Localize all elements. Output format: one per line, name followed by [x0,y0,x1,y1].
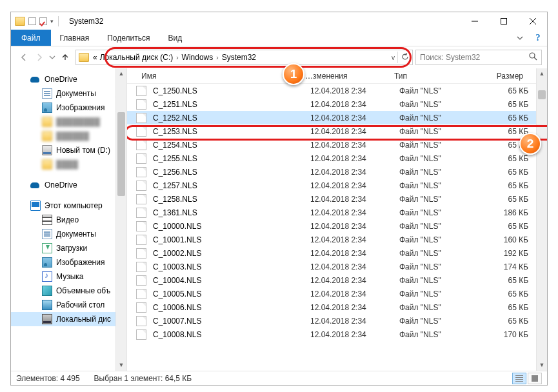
file-row[interactable]: C_1257.NLS12.04.2018 2:34Файл "NLS"65 КБ [127,179,547,192]
file-name: C_1251.NLS [153,100,310,109]
file-type: Файл "NLS" [399,208,470,217]
file-row[interactable]: C_10005.NLS12.04.2018 2:34Файл "NLS"65 К… [127,287,547,300]
file-row[interactable]: C_10008.NLS12.04.2018 2:34Файл "NLS"170 … [127,328,547,341]
address-bar[interactable]: « Локальный диск (C:) › Windows › System… [75,50,413,65]
nav-history-icon[interactable] [47,50,57,65]
col-header-date[interactable]: …зменения [305,72,394,81]
qat-props-button[interactable] [28,17,36,25]
annotation-badge-2: 2 [519,133,541,155]
tree-video[interactable]: Видео [11,213,126,227]
refresh-icon[interactable] [401,52,410,63]
nav-back-button[interactable] [16,50,32,65]
file-scrollbar[interactable]: ▲ ▼ [536,68,547,371]
folder-icon [42,159,52,170]
tree-music[interactable]: Музыка [11,270,126,284]
nav-forward-button[interactable] [32,50,47,65]
tree-pictures-2[interactable]: Изображения [11,255,126,270]
file-row[interactable]: C_1253.NLS12.04.2018 2:34Файл "NLS"65 КБ [127,124,547,138]
tree-documents-2[interactable]: Документы [11,227,126,241]
tree-item-redacted[interactable]: ████ [11,157,126,172]
file-name: C_10006.NLS [153,303,310,312]
file-row[interactable]: C_10001.NLS12.04.2018 2:34Файл "NLS"160 … [127,233,547,246]
search-input[interactable]: Поиск: System32 [415,50,542,65]
tree-onedrive[interactable]: OneDrive [11,72,126,86]
tree-onedrive-2[interactable]: OneDrive [11,178,126,192]
crumb-system32[interactable]: System32 [222,53,256,62]
chevron-right-icon[interactable]: › [216,54,218,61]
scroll-up-icon[interactable]: ▲ [116,68,126,79]
file-row[interactable]: C_1256.NLS12.04.2018 2:34Файл "NLS"65 КБ [127,165,547,179]
file-row[interactable]: C_10007.NLS12.04.2018 2:34Файл "NLS"65 К… [127,314,547,328]
file-row[interactable]: C_1251.NLS12.04.2018 2:34Файл "NLS"65 КБ [127,97,547,111]
file-icon [136,194,146,204]
drive-icon [42,145,52,155]
file-name: C_10003.NLS [153,262,310,271]
tab-file[interactable]: Файл [11,30,51,46]
scroll-thumb[interactable] [117,112,125,196]
tree-pictures[interactable]: Изображения📌 [11,101,126,115]
col-header-type[interactable]: Тип [394,72,465,81]
nav-up-button[interactable] [57,50,73,65]
address-dropdown-icon[interactable]: v [392,54,395,61]
file-row[interactable]: C_10002.NLS12.04.2018 2:34Файл "NLS"192 … [127,246,547,260]
scroll-down-icon[interactable]: ▼ [537,360,547,371]
file-row[interactable]: C_10006.NLS12.04.2018 2:34Файл "NLS"65 К… [127,300,547,314]
close-button[interactable] [518,12,547,30]
file-date: 12.04.2018 2:34 [310,330,399,339]
tree-desktop[interactable]: Рабочий стол [11,298,126,312]
tree-new-volume[interactable]: Новый том (D:) [11,143,126,157]
crumb-prefix: « [93,53,97,62]
tree-item-redacted[interactable]: ████████ [11,115,126,129]
qat-dropdown-icon[interactable]: ▾ [50,18,54,24]
col-header-size[interactable]: Размер [465,72,536,81]
col-header-name[interactable]: Имя [136,72,305,81]
file-row[interactable]: C_10003.NLS12.04.2018 2:34Файл "NLS"174 … [127,260,547,273]
scroll-up-icon[interactable]: ▲ [537,68,547,79]
expand-ribbon-icon[interactable] [511,30,529,46]
minimize-button[interactable] [460,12,489,30]
tree-item-redacted[interactable]: ██████ [11,129,126,143]
tree-3d-objects[interactable]: Объемные объ [11,284,126,298]
maximize-button[interactable] [489,12,518,30]
tab-view[interactable]: Вид [159,30,191,46]
file-size: 65 КБ [470,113,541,122]
file-row[interactable]: C_10000.NLS12.04.2018 2:34Файл "NLS"65 К… [127,219,547,233]
file-type: Файл "NLS" [399,181,470,190]
status-item-count: Элементов: 4 495 [16,374,80,383]
file-type: Файл "NLS" [399,289,470,299]
status-selection: Выбран 1 элемент: 64,5 КБ [94,374,192,383]
chevron-right-icon[interactable]: › [176,54,178,61]
file-row[interactable]: C_1250.NLS12.04.2018 2:34Файл "NLS"65 КБ [127,84,547,97]
tree-this-pc[interactable]: Этот компьютер [11,199,126,213]
crumb-windows[interactable]: Windows [182,53,214,62]
tab-share[interactable]: Поделиться [98,30,159,46]
view-thumbnails-button[interactable] [528,373,542,384]
cube-icon [42,286,52,296]
file-date: 12.04.2018 2:34 [310,276,399,285]
tree-downloads[interactable]: Загрузки [11,241,126,255]
tree-documents[interactable]: Документы📌 [11,86,126,101]
file-row[interactable]: C_1252.NLS12.04.2018 2:34Файл "NLS"65 КБ [127,111,547,124]
file-size: 65 КБ [470,222,541,231]
file-size: 65 КБ [470,168,541,177]
search-placeholder: Поиск: System32 [420,53,480,62]
crumb-c-drive[interactable]: Локальный диск (C:) [100,53,174,62]
tab-home[interactable]: Главная [51,30,99,46]
scroll-down-icon[interactable]: ▼ [116,360,126,371]
file-name: C_10007.NLS [153,317,310,326]
file-icon [136,221,146,231]
file-row[interactable]: C_1254.NLS12.04.2018 2:34Файл "NLS"65 КБ [127,138,547,152]
qat-new-button[interactable] [39,17,47,25]
file-row[interactable]: C_1255.NLS12.04.2018 2:34Файл "NLS"65 КБ [127,152,547,165]
tree-local-disk[interactable]: Локальный дис [11,312,126,326]
document-icon [42,229,52,239]
tree-scrollbar[interactable]: ▲ ▼ [115,68,126,371]
scroll-thumb[interactable] [538,90,546,99]
file-row[interactable]: C_1361.NLS12.04.2018 2:34Файл "NLS"186 К… [127,206,547,219]
file-row[interactable]: C_10004.NLS12.04.2018 2:34Файл "NLS"65 К… [127,273,547,287]
view-details-button[interactable] [512,373,526,384]
help-button[interactable]: ? [529,30,547,46]
file-size: 65 КБ [470,289,541,299]
file-row[interactable]: C_1258.NLS12.04.2018 2:34Файл "NLS"65 КБ [127,192,547,206]
nav-tree[interactable]: OneDrive Документы📌 Изображения📌 ███████… [11,68,127,371]
